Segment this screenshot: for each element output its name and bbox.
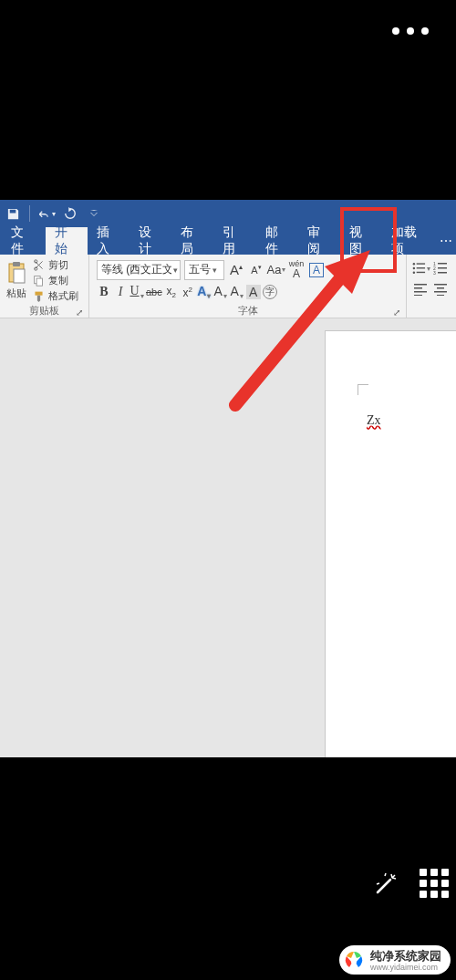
svg-rect-6 xyxy=(36,278,43,286)
format-painter-label: 格式刷 xyxy=(48,289,78,303)
paste-icon xyxy=(6,261,26,285)
numbering-button[interactable]: 123 xyxy=(431,259,450,277)
document-canvas[interactable]: Zx xyxy=(0,318,456,757)
align-left-button[interactable] xyxy=(412,280,430,298)
phonetic-guide-button[interactable]: wénA xyxy=(288,261,305,279)
font-name-value: 等线 (西文正文) xyxy=(101,262,171,277)
tab-mailings[interactable]: 邮件 xyxy=(256,227,298,255)
strikethrough-button[interactable]: abc xyxy=(146,287,162,297)
font-size-value: 五号 xyxy=(189,262,211,277)
italic-button[interactable]: I xyxy=(113,285,128,299)
clipboard-launcher[interactable]: ⤢ xyxy=(76,308,83,318)
paste-button[interactable]: 粘贴 xyxy=(4,256,29,303)
svg-rect-19 xyxy=(414,284,427,286)
ribbon-tabs: 文件 开始 插入 设计 布局 引用 邮件 审阅 视图 加载项 ⋯ xyxy=(0,227,456,255)
redo-button[interactable] xyxy=(61,204,79,223)
phone-status-area xyxy=(0,0,456,200)
group-clipboard: 粘贴 剪切 复制 格式刷 xyxy=(0,255,89,318)
magic-wand-button[interactable] xyxy=(372,871,399,898)
text-effects-button[interactable]: A▾ xyxy=(197,284,212,301)
save-icon xyxy=(6,207,20,221)
group-font: 等线 (西文正文)▾ 五号▾ A▴ A▾ Aa▾ wénA A B I U▾ a… xyxy=(89,255,407,318)
svg-rect-21 xyxy=(414,291,427,293)
svg-rect-26 xyxy=(437,295,444,296)
char-shading-button[interactable]: A xyxy=(246,285,261,299)
wand-icon xyxy=(372,871,399,898)
app-grid-button[interactable] xyxy=(420,869,449,898)
change-case-button[interactable]: Aa▾ xyxy=(268,261,285,279)
tab-references[interactable]: 引用 xyxy=(213,227,255,255)
group-label-clipboard: 剪贴板 xyxy=(29,304,59,318)
chevron-down-icon xyxy=(89,209,98,218)
svg-point-9 xyxy=(413,267,415,269)
document-page[interactable]: Zx xyxy=(326,331,456,769)
watermark-logo-icon xyxy=(343,949,365,971)
shrink-font-button[interactable]: A▾ xyxy=(248,261,264,279)
tab-layout[interactable]: 布局 xyxy=(171,227,213,255)
svg-rect-1 xyxy=(13,262,20,266)
cut-button[interactable]: 剪切 xyxy=(33,258,78,272)
save-button[interactable] xyxy=(4,204,22,223)
svg-rect-20 xyxy=(414,287,422,289)
tab-overflow[interactable]: ⋯ xyxy=(436,227,456,255)
font-color-button[interactable]: A▾ xyxy=(230,284,244,301)
margin-corner-mark xyxy=(358,384,368,395)
undo-icon xyxy=(37,207,51,220)
quick-access-toolbar: ▾ xyxy=(0,200,456,227)
svg-rect-2 xyxy=(14,269,25,283)
group-label-font: 字体 xyxy=(238,304,258,318)
scissors-icon xyxy=(33,259,45,271)
svg-rect-22 xyxy=(414,295,422,296)
superscript-button[interactable]: x2 xyxy=(181,286,195,299)
font-size-combo[interactable]: 五号▾ xyxy=(184,260,224,280)
cut-label: 剪切 xyxy=(48,258,68,272)
svg-point-11 xyxy=(413,271,415,273)
undo-button[interactable]: ▾ xyxy=(37,204,56,223)
grow-font-button[interactable]: A▴ xyxy=(228,261,244,279)
watermark-badge: 纯净系统家园 www.yidaimei.com xyxy=(339,945,451,975)
numbering-icon: 123 xyxy=(433,262,448,275)
bullets-button[interactable]: ▾ xyxy=(412,259,430,277)
tab-file[interactable]: 文件 xyxy=(0,227,46,255)
svg-text:3: 3 xyxy=(433,270,436,275)
tab-home[interactable]: 开始 xyxy=(46,227,88,255)
svg-point-7 xyxy=(413,263,415,265)
align-center-icon xyxy=(433,283,448,296)
redo-icon xyxy=(63,207,78,220)
tab-design[interactable]: 设计 xyxy=(130,227,171,255)
tab-view[interactable]: 视图 xyxy=(340,227,382,255)
copy-button[interactable]: 复制 xyxy=(33,274,78,287)
brush-icon xyxy=(33,290,45,302)
underline-button[interactable]: U▾ xyxy=(130,284,144,300)
svg-rect-10 xyxy=(417,267,425,268)
word-application: ▾ 文件 开始 插入 设计 布局 引用 邮件 审阅 视图 加载项 ⋯ 粘贴 xyxy=(0,200,456,757)
svg-rect-18 xyxy=(438,272,447,274)
svg-rect-12 xyxy=(417,272,425,273)
customize-qat-button[interactable] xyxy=(85,204,103,223)
enclose-char-button[interactable]: 字 xyxy=(263,285,277,299)
tab-addins[interactable]: 加载项 xyxy=(382,227,436,255)
svg-rect-14 xyxy=(438,263,447,265)
paste-label: 粘贴 xyxy=(6,287,26,300)
font-name-combo[interactable]: 等线 (西文正文)▾ xyxy=(97,260,181,280)
group-paragraph: ▾ 123 xyxy=(407,255,456,318)
char-border-button[interactable]: A xyxy=(308,261,325,279)
svg-line-29 xyxy=(378,880,390,892)
svg-rect-24 xyxy=(437,287,444,289)
more-menu-dots[interactable] xyxy=(392,27,429,35)
highlight-button[interactable]: A▾ xyxy=(213,284,228,301)
bold-button[interactable]: B xyxy=(97,285,111,299)
svg-rect-8 xyxy=(417,263,425,264)
subscript-button[interactable]: x2 xyxy=(164,285,179,299)
tab-insert[interactable]: 插入 xyxy=(88,227,130,255)
font-launcher[interactable]: ⤢ xyxy=(393,308,400,318)
copy-label: 复制 xyxy=(48,274,68,287)
align-center-button[interactable] xyxy=(431,280,450,298)
format-painter-button[interactable]: 格式刷 xyxy=(33,289,78,303)
tab-review[interactable]: 审阅 xyxy=(298,227,340,255)
copy-icon xyxy=(33,275,45,287)
watermark-url: www.yidaimei.com xyxy=(370,963,441,972)
svg-rect-23 xyxy=(434,284,447,286)
svg-rect-25 xyxy=(434,291,447,293)
document-text[interactable]: Zx xyxy=(367,413,381,428)
